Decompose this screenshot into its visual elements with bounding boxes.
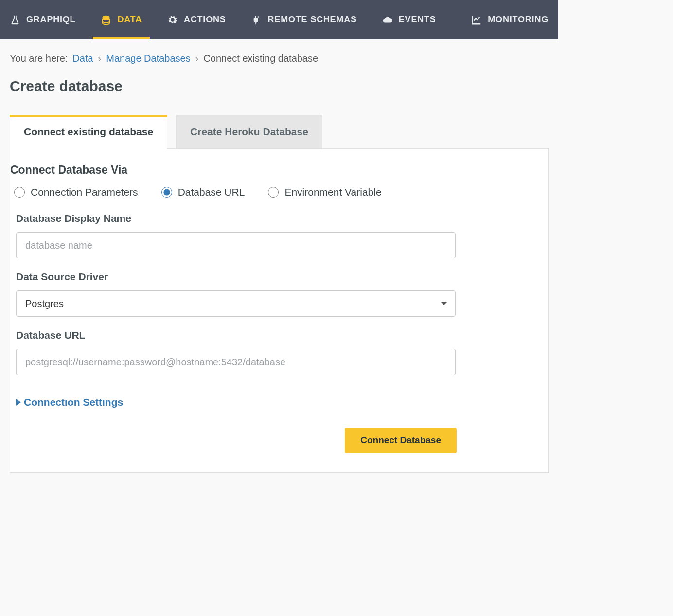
breadcrumb-link-data[interactable]: Data — [72, 53, 93, 64]
connection-settings-label: Connection Settings — [24, 397, 123, 408]
flask-icon — [10, 15, 20, 25]
radio-label: Connection Parameters — [31, 186, 138, 198]
field-display-name: Database Display Name — [10, 213, 548, 258]
nav-label: REMOTE SCHEMAS — [268, 15, 357, 25]
tabs: Connect existing database Create Heroku … — [10, 115, 549, 149]
chevron-right-icon: › — [98, 53, 102, 64]
plug-icon — [251, 15, 262, 25]
nav-label: ACTIONS — [184, 15, 226, 25]
field-label: Database URL — [16, 329, 542, 341]
radio-connection-parameters[interactable]: Connection Parameters — [14, 186, 138, 198]
tab-create-heroku[interactable]: Create Heroku Database — [176, 115, 322, 148]
tab-label: Create Heroku Database — [190, 126, 308, 137]
radio-input[interactable] — [161, 187, 172, 198]
nav-graphiql[interactable]: GRAPHIQL — [10, 0, 75, 39]
breadcrumb-link-manage-databases[interactable]: Manage Databases — [106, 53, 190, 64]
driver-select[interactable]: Postgres — [16, 290, 456, 317]
breadcrumb: You are here: Data › Manage Databases › … — [10, 53, 549, 64]
field-driver: Data Source Driver Postgres — [10, 271, 548, 317]
nav-label: DATA — [117, 15, 142, 25]
field-label: Data Source Driver — [16, 271, 542, 283]
database-url-input[interactable] — [16, 349, 456, 375]
top-nav: GRAPHIQL DATA ACTIONS REMOTE SCHEMAS EVE… — [0, 0, 558, 39]
radio-input[interactable] — [268, 187, 279, 198]
display-name-input[interactable] — [16, 232, 456, 258]
connect-via-radio-group: Connection Parameters Database URL Envir… — [10, 186, 548, 213]
gears-icon — [167, 15, 178, 25]
field-database-url: Database URL — [10, 329, 548, 375]
radio-label: Environment Variable — [284, 186, 381, 198]
tab-connect-existing[interactable]: Connect existing database — [10, 115, 167, 148]
connect-via-title: Connect Database Via — [10, 163, 548, 186]
database-icon — [101, 15, 111, 25]
radio-environment-variable[interactable]: Environment Variable — [268, 186, 381, 198]
caret-right-icon — [16, 399, 21, 406]
radio-database-url[interactable]: Database URL — [161, 186, 245, 198]
nav-monitoring[interactable]: MONITORING — [471, 0, 549, 39]
chart-icon — [471, 15, 482, 25]
page-content: You are here: Data › Manage Databases › … — [0, 39, 558, 492]
submit-row: Connect Database — [10, 408, 457, 453]
nav-actions[interactable]: ACTIONS — [167, 0, 226, 39]
nav-remote-schemas[interactable]: REMOTE SCHEMAS — [251, 0, 357, 39]
radio-label: Database URL — [178, 186, 245, 198]
tab-panel: Connect Database Via Connection Paramete… — [10, 149, 549, 473]
page-title: Create database — [10, 78, 549, 94]
nav-label: MONITORING — [488, 15, 549, 25]
breadcrumb-prefix: You are here: — [10, 53, 68, 64]
nav-label: EVENTS — [399, 15, 436, 25]
cloud-icon — [382, 15, 393, 25]
nav-data[interactable]: DATA — [101, 0, 142, 39]
field-label: Database Display Name — [16, 213, 542, 224]
chevron-right-icon: › — [195, 53, 199, 64]
tab-label: Connect existing database — [24, 126, 153, 137]
radio-input[interactable] — [14, 187, 25, 198]
nav-events[interactable]: EVENTS — [382, 0, 436, 39]
breadcrumb-current: Connect existing database — [203, 53, 318, 64]
connect-database-button[interactable]: Connect Database — [345, 428, 457, 453]
connection-settings-toggle[interactable]: Connection Settings — [10, 388, 548, 408]
nav-label: GRAPHIQL — [26, 15, 75, 25]
